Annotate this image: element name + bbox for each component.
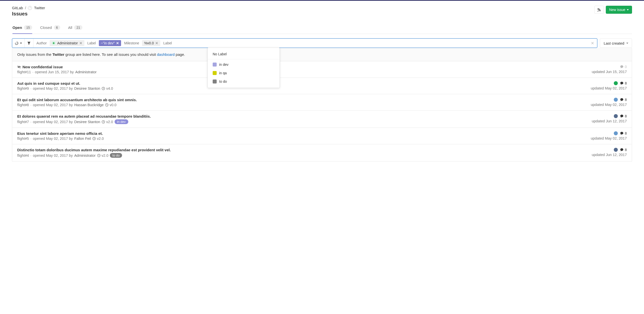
assignee-avatar[interactable] (614, 81, 618, 85)
clear-filter-button[interactable]: ✕ (588, 41, 597, 46)
dropdown-option[interactable]: in qa (208, 69, 280, 77)
issue-updated: updated Jun 12, 2017 (592, 119, 627, 123)
close-icon[interactable]: ✕ (116, 41, 119, 45)
issue-updated: updated May 02, 2017 (591, 136, 627, 140)
filter-history-button[interactable] (12, 39, 25, 48)
comments-icon (620, 148, 624, 152)
issue-author[interactable]: Hassan Buckridge (74, 103, 104, 107)
issue-author[interactable]: Administrator (74, 154, 95, 157)
filter-bar[interactable]: Author Administrator ✕ Label ~"in dev" ✕… (12, 38, 597, 48)
rss-button[interactable] (594, 6, 604, 14)
clock-icon (92, 137, 96, 140)
issue-row[interactable]: Et qui odit sint laborum accusantium arc… (12, 94, 632, 111)
dropdown-option-label: in dev (219, 63, 228, 67)
issue-label-pill[interactable]: in dev (114, 119, 128, 124)
issue-milestone[interactable]: v2.0 (102, 120, 113, 124)
filter-tokens[interactable]: Author Administrator ✕ Label ~"in dev" ✕… (34, 39, 588, 48)
tab-label: Open (12, 25, 22, 30)
comments-icon (620, 65, 624, 69)
question-icon: ? (28, 6, 32, 10)
issue-label-pill[interactable]: to do (110, 153, 122, 158)
label-dropdown: No Labelin devin qato do (208, 48, 280, 88)
clock-icon (105, 103, 108, 107)
issue-meta: flight#4 · opened May 02, 2017 by Admini… (17, 153, 171, 158)
issue-meta: flight#8 · opened May 02, 2017 by Hassan… (17, 103, 137, 107)
issue-milestone[interactable]: v2.0 (92, 137, 104, 141)
tab-count-badge: 21 (74, 25, 82, 30)
dropdown-option[interactable]: to do (208, 77, 280, 86)
comments-count[interactable]: 8 (620, 148, 627, 152)
filter-icon-button[interactable] (25, 39, 34, 48)
chevron-down-icon (626, 43, 628, 44)
dropdown-option-label: in qa (219, 71, 227, 75)
issue-row[interactable]: Et dolores quaerat rem ea autem placeat … (12, 111, 632, 128)
group-scope-banner: Only issues from the Twitter group are l… (12, 48, 632, 61)
filter-label-token[interactable]: ~"in dev" ✕ (99, 40, 121, 46)
issue-row[interactable]: Eius tenetur sint labore aperiam nemo of… (12, 128, 632, 144)
comments-count[interactable]: 8 (620, 81, 627, 85)
issue-updated: updated Jun 15, 2017 (592, 70, 627, 74)
issue-updated: updated May 02, 2017 (591, 86, 627, 90)
sort-label: Last created (604, 41, 624, 45)
issue-milestone[interactable]: v4.0 (102, 86, 113, 90)
tab-open[interactable]: Open15 (12, 22, 32, 34)
chevron-down-icon (627, 9, 629, 10)
issue-title[interactable]: Eius tenetur sint labore aperiam nemo of… (17, 131, 104, 136)
close-icon[interactable]: ✕ (155, 41, 158, 45)
sort-dropdown[interactable]: Last created (600, 38, 632, 48)
assignee-avatar[interactable] (614, 148, 618, 152)
issue-meta: flight#5 · opened May 02, 2017 by Fallon… (17, 137, 104, 141)
close-icon[interactable]: ✕ (80, 41, 82, 45)
color-swatch (213, 79, 217, 83)
new-issue-button[interactable]: New issue (606, 6, 632, 14)
new-issue-label: New issue (609, 8, 625, 12)
filter-author-label: Author (36, 40, 48, 46)
issue-meta: flight#7 · opened May 02, 2017 by Desire… (17, 119, 151, 124)
issue-row[interactable]: Distinctio totam doloribus ducimus autem… (12, 144, 632, 161)
issue-milestone[interactable]: v0.0 (105, 103, 116, 107)
tab-closed[interactable]: Closed6 (40, 22, 60, 34)
issue-author[interactable]: Desiree Stanton (74, 120, 100, 124)
issue-title[interactable]: Distinctio totam doloribus ducimus autem… (17, 148, 171, 152)
comments-icon (620, 114, 624, 118)
tab-label: All (68, 25, 72, 30)
dashboard-link[interactable]: dashboard (157, 52, 175, 57)
issue-title[interactable]: New confidential issue (17, 65, 96, 69)
issue-updated: updated May 02, 2017 (591, 103, 627, 107)
dropdown-no-label[interactable]: No Label (208, 50, 280, 59)
comments-icon (620, 98, 624, 102)
tab-count-badge: 6 (54, 25, 60, 30)
tab-all[interactable]: All21 (68, 22, 82, 34)
filter-author-token[interactable]: Administrator ✕ (50, 40, 84, 46)
clock-icon (97, 154, 100, 157)
assignee-avatar[interactable] (614, 114, 618, 118)
issue-title[interactable]: Aut quis in sed cumque sequi et ut. (17, 81, 113, 85)
tab-count-badge: 15 (24, 25, 32, 30)
comments-count[interactable]: 8 (620, 98, 627, 102)
chevron-down-icon (20, 43, 22, 44)
comments-count[interactable]: 0 (620, 65, 627, 69)
filter-milestone-token[interactable]: %v0.0 ✕ (142, 40, 160, 46)
assignee-avatar[interactable] (614, 98, 618, 102)
breadcrumb-group[interactable]: Twitter (34, 6, 45, 10)
dropdown-option[interactable]: in dev (208, 60, 280, 69)
issue-row[interactable]: New confidential issue flight#11 · opene… (12, 61, 632, 78)
comments-icon (620, 131, 624, 135)
page-title: Issues (12, 11, 45, 17)
color-swatch (213, 63, 217, 67)
dropdown-option-label: to do (219, 79, 227, 83)
issue-author[interactable]: Fallon Feil (74, 137, 91, 141)
issue-milestone[interactable]: v2.0 (97, 154, 108, 157)
filter-label-label: Label (86, 40, 97, 46)
breadcrumb-root[interactable]: GitLab (12, 6, 23, 10)
issue-author[interactable]: Desiree Stanton (74, 86, 100, 90)
issue-row[interactable]: Aut quis in sed cumque sequi et ut. flig… (12, 78, 632, 94)
assignee-avatar[interactable] (614, 131, 618, 135)
issue-title[interactable]: Et qui odit sint laborum accusantium arc… (17, 98, 137, 102)
avatar-icon (52, 41, 56, 45)
issue-author[interactable]: Administrator (75, 70, 96, 74)
comments-count[interactable]: 8 (620, 131, 627, 135)
issue-title[interactable]: Et dolores quaerat rem ea autem placeat … (17, 114, 151, 118)
issue-updated: updated Jun 12, 2017 (592, 153, 627, 157)
comments-count[interactable]: 8 (620, 114, 627, 118)
